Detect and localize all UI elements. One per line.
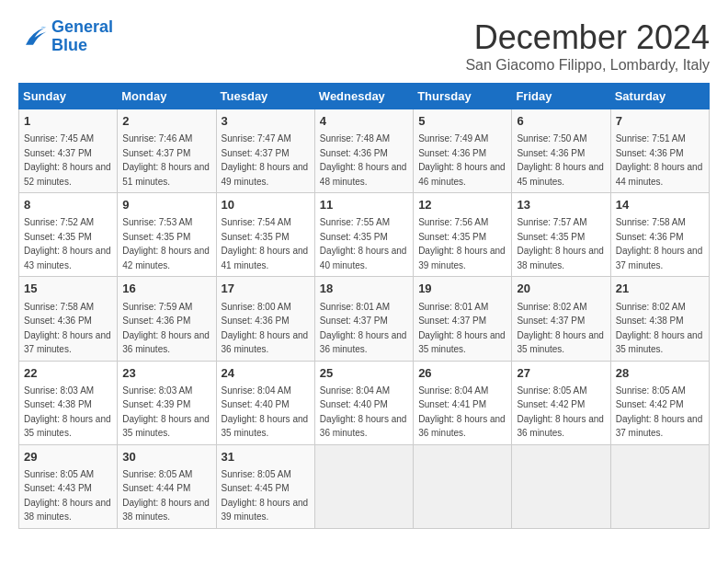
day-info: Sunrise: 8:02 AMSunset: 4:38 PMDaylight:… bbox=[616, 302, 703, 355]
day-info: Sunrise: 7:47 AMSunset: 4:37 PMDaylight:… bbox=[222, 133, 309, 187]
weekday-header-sunday: Sunday bbox=[19, 84, 118, 109]
day-number: 27 bbox=[517, 365, 605, 382]
calendar-cell: 13Sunrise: 7:57 AMSunset: 4:35 PMDayligh… bbox=[512, 193, 610, 277]
day-info: Sunrise: 8:01 AMSunset: 4:37 PMDaylight:… bbox=[320, 302, 407, 355]
day-info: Sunrise: 7:45 AMSunset: 4:37 PMDaylight:… bbox=[24, 133, 111, 187]
day-info: Sunrise: 7:58 AMSunset: 4:36 PMDaylight:… bbox=[24, 302, 111, 355]
title-area: December 2024 San Giacomo Filippo, Lomba… bbox=[465, 18, 710, 74]
day-number: 1 bbox=[24, 113, 112, 130]
calendar-cell: 6Sunrise: 7:50 AMSunset: 4:36 PMDaylight… bbox=[512, 109, 610, 193]
weekday-header-saturday: Saturday bbox=[610, 84, 709, 109]
day-number: 18 bbox=[320, 281, 408, 297]
calendar-cell: 23Sunrise: 8:03 AMSunset: 4:39 PMDayligh… bbox=[118, 361, 216, 444]
month-title: December 2024 bbox=[465, 18, 710, 57]
calendar-header: SundayMondayTuesdayWednesdayThursdayFrid… bbox=[19, 84, 710, 109]
day-info: Sunrise: 8:02 AMSunset: 4:37 PMDaylight:… bbox=[517, 302, 604, 355]
day-number: 5 bbox=[418, 113, 506, 130]
day-number: 25 bbox=[320, 365, 408, 382]
calendar-cell bbox=[512, 444, 610, 528]
calendar-cell: 20Sunrise: 8:02 AMSunset: 4:37 PMDayligh… bbox=[512, 277, 610, 361]
calendar-cell: 27Sunrise: 8:05 AMSunset: 4:42 PMDayligh… bbox=[512, 361, 610, 444]
day-number: 30 bbox=[122, 449, 210, 465]
weekday-header-monday: Monday bbox=[118, 84, 216, 109]
calendar-cell: 7Sunrise: 7:51 AMSunset: 4:36 PMDaylight… bbox=[610, 109, 709, 193]
day-info: Sunrise: 7:55 AMSunset: 4:35 PMDaylight:… bbox=[320, 217, 407, 270]
calendar-cell: 5Sunrise: 7:49 AMSunset: 4:36 PMDaylight… bbox=[414, 109, 512, 193]
day-number: 22 bbox=[24, 365, 112, 382]
calendar-week-row: 22Sunrise: 8:03 AMSunset: 4:38 PMDayligh… bbox=[19, 361, 710, 444]
day-number: 23 bbox=[122, 365, 210, 382]
day-number: 29 bbox=[24, 449, 112, 465]
day-number: 10 bbox=[222, 197, 310, 213]
page-header: General Blue December 2024 San Giacomo F… bbox=[18, 18, 710, 74]
day-number: 17 bbox=[222, 281, 310, 297]
calendar-cell: 3Sunrise: 7:47 AMSunset: 4:37 PMDaylight… bbox=[216, 109, 314, 193]
day-number: 24 bbox=[222, 365, 310, 382]
logo-text-line1: General bbox=[51, 18, 113, 37]
calendar-cell: 25Sunrise: 8:04 AMSunset: 4:40 PMDayligh… bbox=[314, 361, 413, 444]
day-info: Sunrise: 7:51 AMSunset: 4:36 PMDaylight:… bbox=[616, 133, 703, 187]
calendar-cell bbox=[314, 444, 413, 528]
calendar-cell: 30Sunrise: 8:05 AMSunset: 4:44 PMDayligh… bbox=[118, 444, 216, 528]
calendar-cell: 14Sunrise: 7:58 AMSunset: 4:36 PMDayligh… bbox=[610, 193, 709, 277]
day-info: Sunrise: 8:05 AMSunset: 4:44 PMDaylight:… bbox=[122, 469, 210, 523]
logo: General Blue bbox=[18, 18, 113, 55]
calendar-cell: 4Sunrise: 7:48 AMSunset: 4:36 PMDaylight… bbox=[314, 109, 413, 193]
day-number: 20 bbox=[517, 281, 605, 297]
calendar-cell: 9Sunrise: 7:53 AMSunset: 4:35 PMDaylight… bbox=[118, 193, 216, 277]
calendar-week-row: 1Sunrise: 7:45 AMSunset: 4:37 PMDaylight… bbox=[19, 109, 710, 193]
calendar-cell: 31Sunrise: 8:05 AMSunset: 4:45 PMDayligh… bbox=[216, 444, 314, 528]
calendar-cell: 8Sunrise: 7:52 AMSunset: 4:35 PMDaylight… bbox=[19, 193, 118, 277]
weekday-header-row: SundayMondayTuesdayWednesdayThursdayFrid… bbox=[19, 84, 710, 109]
calendar-week-row: 29Sunrise: 8:05 AMSunset: 4:43 PMDayligh… bbox=[19, 444, 710, 528]
weekday-header-friday: Friday bbox=[512, 84, 610, 109]
day-info: Sunrise: 7:54 AMSunset: 4:35 PMDaylight:… bbox=[222, 217, 309, 270]
day-number: 9 bbox=[122, 197, 210, 213]
calendar-cell: 11Sunrise: 7:55 AMSunset: 4:35 PMDayligh… bbox=[314, 193, 413, 277]
day-info: Sunrise: 8:05 AMSunset: 4:43 PMDaylight:… bbox=[24, 469, 111, 523]
calendar-cell: 26Sunrise: 8:04 AMSunset: 4:41 PMDayligh… bbox=[414, 361, 512, 444]
logo-icon bbox=[18, 24, 48, 50]
logo-text-line2: Blue bbox=[51, 37, 113, 55]
day-info: Sunrise: 7:46 AMSunset: 4:37 PMDaylight:… bbox=[122, 133, 210, 187]
day-number: 28 bbox=[616, 365, 704, 382]
day-number: 31 bbox=[222, 449, 310, 465]
calendar-cell: 1Sunrise: 7:45 AMSunset: 4:37 PMDaylight… bbox=[19, 109, 118, 193]
day-info: Sunrise: 7:59 AMSunset: 4:36 PMDaylight:… bbox=[122, 302, 210, 355]
day-info: Sunrise: 7:58 AMSunset: 4:36 PMDaylight:… bbox=[616, 217, 703, 270]
calendar-cell: 15Sunrise: 7:58 AMSunset: 4:36 PMDayligh… bbox=[19, 277, 118, 361]
day-info: Sunrise: 7:52 AMSunset: 4:35 PMDaylight:… bbox=[24, 217, 111, 270]
day-number: 13 bbox=[517, 197, 605, 213]
calendar-cell: 19Sunrise: 8:01 AMSunset: 4:37 PMDayligh… bbox=[414, 277, 512, 361]
calendar-cell: 29Sunrise: 8:05 AMSunset: 4:43 PMDayligh… bbox=[19, 444, 118, 528]
day-number: 16 bbox=[122, 281, 210, 297]
day-info: Sunrise: 7:53 AMSunset: 4:35 PMDaylight:… bbox=[122, 217, 210, 270]
calendar-cell bbox=[610, 444, 709, 528]
day-number: 11 bbox=[320, 197, 408, 213]
day-number: 4 bbox=[320, 113, 408, 130]
day-info: Sunrise: 8:05 AMSunset: 4:42 PMDaylight:… bbox=[517, 385, 604, 439]
calendar-cell: 22Sunrise: 8:03 AMSunset: 4:38 PMDayligh… bbox=[19, 361, 118, 444]
day-info: Sunrise: 8:05 AMSunset: 4:42 PMDaylight:… bbox=[616, 385, 703, 439]
day-info: Sunrise: 7:50 AMSunset: 4:36 PMDaylight:… bbox=[517, 133, 604, 187]
day-number: 6 bbox=[517, 113, 605, 130]
calendar-cell: 12Sunrise: 7:56 AMSunset: 4:35 PMDayligh… bbox=[414, 193, 512, 277]
calendar-cell: 16Sunrise: 7:59 AMSunset: 4:36 PMDayligh… bbox=[118, 277, 216, 361]
day-info: Sunrise: 7:56 AMSunset: 4:35 PMDaylight:… bbox=[418, 217, 506, 270]
weekday-header-wednesday: Wednesday bbox=[314, 84, 413, 109]
calendar-cell: 21Sunrise: 8:02 AMSunset: 4:38 PMDayligh… bbox=[610, 277, 709, 361]
calendar-cell: 2Sunrise: 7:46 AMSunset: 4:37 PMDaylight… bbox=[118, 109, 216, 193]
day-info: Sunrise: 8:04 AMSunset: 4:41 PMDaylight:… bbox=[418, 385, 506, 439]
weekday-header-thursday: Thursday bbox=[414, 84, 512, 109]
calendar-cell: 28Sunrise: 8:05 AMSunset: 4:42 PMDayligh… bbox=[610, 361, 709, 444]
calendar-cell: 18Sunrise: 8:01 AMSunset: 4:37 PMDayligh… bbox=[314, 277, 413, 361]
day-info: Sunrise: 7:49 AMSunset: 4:36 PMDaylight:… bbox=[418, 133, 506, 187]
weekday-header-tuesday: Tuesday bbox=[216, 84, 314, 109]
day-number: 12 bbox=[418, 197, 506, 213]
day-info: Sunrise: 8:04 AMSunset: 4:40 PMDaylight:… bbox=[320, 385, 407, 439]
day-number: 8 bbox=[24, 197, 112, 213]
day-number: 19 bbox=[418, 281, 506, 297]
day-info: Sunrise: 8:03 AMSunset: 4:39 PMDaylight:… bbox=[122, 385, 210, 439]
day-info: Sunrise: 8:05 AMSunset: 4:45 PMDaylight:… bbox=[222, 469, 309, 523]
day-info: Sunrise: 7:48 AMSunset: 4:36 PMDaylight:… bbox=[320, 133, 407, 187]
